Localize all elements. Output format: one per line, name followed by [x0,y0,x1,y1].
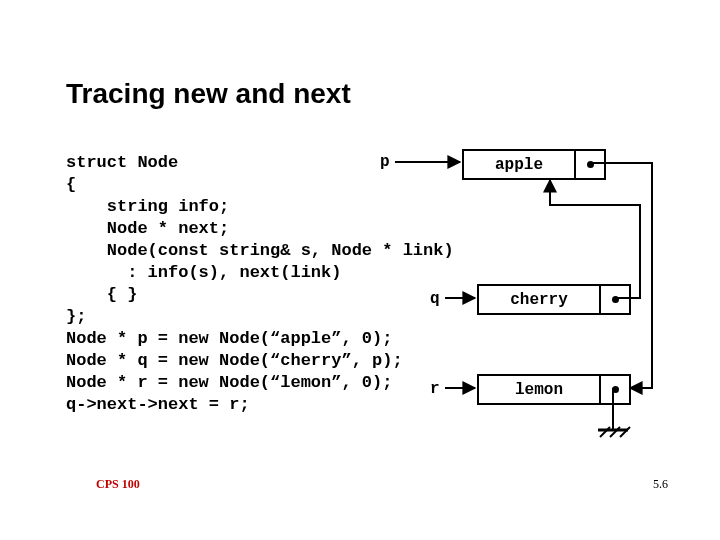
pointer-p-label: p [380,153,390,171]
svg-line-5 [600,427,610,437]
node-lemon-next-cell [599,376,629,403]
pointer-q-label: q [430,290,440,308]
footer-page-number: 5.6 [653,477,668,492]
node-cherry-info: cherry [479,286,599,313]
node-apple: apple [462,149,606,180]
node-cherry: cherry [477,284,631,315]
node-apple-info: apple [464,151,574,178]
svg-line-7 [620,427,630,437]
node-lemon: lemon [477,374,631,405]
node-apple-next-cell [574,151,604,178]
footer-course: CPS 100 [96,477,140,492]
pointer-r-label: r [430,380,440,398]
dot-icon [587,161,594,168]
dot-icon [612,296,619,303]
svg-line-6 [610,427,620,437]
node-lemon-info: lemon [479,376,599,403]
slide-title: Tracing new and next [66,78,351,110]
code-block: struct Node { string info; Node * next; … [66,152,454,416]
node-cherry-next-cell [599,286,629,313]
dot-icon [612,386,619,393]
